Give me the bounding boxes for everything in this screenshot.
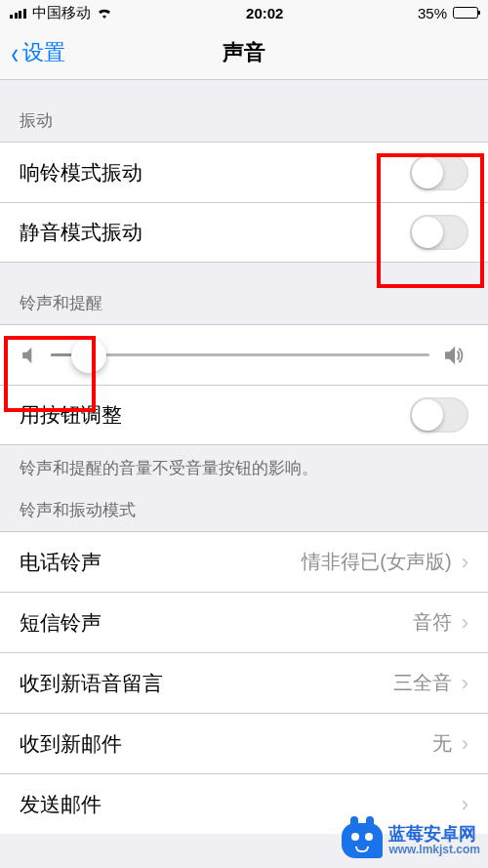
chevron-right-icon: › [462,610,468,636]
footer-note: 铃声和提醒的音量不受音量按钮的影响。 [0,445,488,479]
row-value: 无 [432,730,452,757]
volume-high-icon [443,345,468,366]
back-label: 设置 [22,38,65,67]
battery-icon [453,7,478,19]
switch-button-adjust[interactable] [410,397,468,433]
row-button-adjust: 用按钮调整 [0,385,488,445]
section-header-vibration: 振动 [0,80,488,142]
status-right: 35% [418,5,478,21]
row-value: 三全音 [393,670,452,696]
page-title: 声音 [223,38,265,67]
watermark: 蓝莓安卓网 www.lmkjst.com [342,823,480,858]
row-text-tone[interactable]: 短信铃声 音符 › [0,592,488,652]
row-label: 收到新邮件 [20,730,122,758]
switch-ring-vibrate[interactable] [410,155,468,190]
row-phone-ringtone[interactable]: 电话铃声 情非得已(女声版) › [0,531,488,592]
row-value: 音符 [413,609,452,636]
chevron-left-icon: ‹ [12,37,19,68]
watermark-url: www.lmkjst.com [388,844,480,856]
carrier-label: 中国移动 [32,4,91,22]
chevron-right-icon: › [462,671,468,696]
watermark-title: 蓝莓安卓网 [388,825,480,845]
row-label: 响铃模式振动 [20,159,142,186]
volume-slider[interactable] [51,353,429,356]
status-bar: 中国移动 20:02 35% [0,0,488,25]
section-header-ringer: 铃声和提醒 [0,263,488,324]
battery-percent: 35% [418,5,447,21]
row-label: 发送邮件 [20,791,102,818]
row-new-mail[interactable]: 收到新邮件 无 › [0,713,488,773]
switch-silent-vibrate[interactable] [410,215,468,250]
row-label: 收到新语音留言 [20,670,163,697]
row-label: 短信铃声 [20,609,102,637]
wifi-icon [97,7,112,19]
row-label: 用按钮调整 [20,401,122,429]
back-button[interactable]: ‹ 设置 [10,37,65,68]
section-header-patterns: 铃声和振动模式 [0,479,488,531]
row-value: 情非得已(女声版) [302,549,451,575]
signal-icon [10,7,26,19]
chevron-right-icon: › [462,731,468,757]
row-new-voicemail[interactable]: 收到新语音留言 三全音 › [0,652,488,713]
chevron-right-icon: › [462,550,468,575]
row-label: 静音模式振动 [20,219,142,246]
row-ring-vibrate: 响铃模式振动 [0,142,488,202]
slider-thumb[interactable] [71,338,106,373]
row-silent-vibrate: 静音模式振动 [0,202,488,263]
watermark-icon [342,823,383,858]
status-left: 中国移动 [10,4,112,22]
nav-bar: ‹ 设置 声音 [0,25,488,80]
status-time: 20:02 [246,5,283,21]
row-label: 电话铃声 [20,549,102,576]
chevron-right-icon: › [462,792,468,817]
volume-low-icon [20,346,37,365]
volume-slider-row [0,324,488,385]
